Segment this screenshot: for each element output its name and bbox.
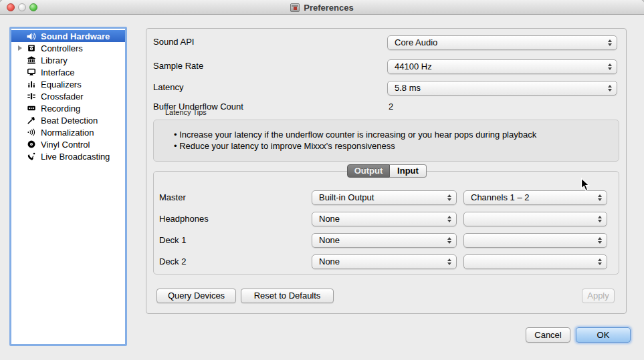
window-title-area: Preferences [0,0,644,15]
headphones-channels-dropdown[interactable] [463,212,607,226]
sample-rate-label: Sample Rate [153,59,203,73]
tab-output[interactable]: Output [347,164,390,178]
library-icon [25,55,37,65]
sidebar-item-label: Recording [41,104,80,114]
deck2-label: Deck 2 [159,254,186,269]
deck2-channels-dropdown[interactable] [463,254,607,269]
preferences-icon [290,3,300,12]
stepper-arrows-icon [447,237,451,244]
master-device-dropdown[interactable]: Built-in Output [312,190,457,205]
sound-waves-icon [25,128,37,137]
latency-tip: Increase your latency if the underflow c… [174,129,612,140]
sidebar-item-library[interactable]: Library [11,54,125,66]
sidebar-item-interface[interactable]: Interface [11,66,125,78]
stepper-arrows-icon [447,258,451,265]
beat-detection-icon [25,116,37,125]
sound-api-dropdown[interactable]: Core Audio [387,35,617,50]
deck1-device-dropdown[interactable]: None [312,233,457,248]
stepper-arrows-icon [608,63,612,70]
tab-input[interactable]: Input [390,164,427,178]
cassette-icon [25,104,37,113]
sound-api-label: Sound API [153,35,194,49]
sidebar-item-label: Vinyl Control [41,140,90,150]
cancel-button[interactable]: Cancel [526,327,570,343]
sidebar-item-beat-detection[interactable]: Beat Detection [11,114,125,126]
titlebar: Preferences [0,0,644,15]
sidebar-item-label: Beat Detection [41,116,98,126]
deck1-label: Deck 1 [159,233,186,248]
sidebar-item-label: Live Broadcasting [41,152,110,162]
disclosure-triangle-icon[interactable] [18,45,22,51]
sidebar-item-sound-hardware[interactable]: Sound Hardware [11,30,125,42]
query-devices-button[interactable]: Query Devices [156,289,236,303]
latency-label: Latency [153,80,184,95]
stepper-arrows-icon [598,258,602,265]
sidebar-item-recording[interactable]: Recording [11,102,125,114]
preferences-window: Preferences Sound Hardware Controllers L… [0,0,644,360]
sidebar-item-label: Equalizers [41,79,82,89]
sidebar-item-label: Sound Hardware [41,31,110,41]
sidebar-item-label: Crossfader [41,92,84,102]
sidebar-item-equalizers[interactable]: Equalizers [11,78,125,90]
latency-dropdown[interactable]: 5.8 ms [387,81,617,96]
stepper-arrows-icon [608,85,612,92]
sidebar-item-normalization[interactable]: Normalization [11,126,125,138]
deck2-device-dropdown[interactable]: None [312,254,457,269]
preferences-sidebar: Sound Hardware Controllers Library Inter… [9,27,127,346]
latency-tips-title: Latency Tips [165,108,207,116]
master-channels-dropdown[interactable]: Channels 1 – 2 [463,190,607,205]
master-label: Master [159,190,186,205]
ok-button[interactable]: OK [576,327,631,343]
stepper-arrows-icon [598,194,602,201]
sidebar-item-vinyl-control[interactable]: Vinyl Control [11,138,125,150]
stepper-arrows-icon [447,216,451,222]
controller-icon [25,43,37,53]
buffer-underflow-value: 2 [389,100,393,114]
vinyl-record-icon [25,140,37,149]
sidebar-item-label: Interface [41,67,75,77]
stepper-arrows-icon [598,216,602,222]
sidebar-item-label: Normalization [41,128,94,138]
reset-to-defaults-button[interactable]: Reset to Defaults [241,289,334,303]
stepper-arrows-icon [447,194,451,201]
sidebar-item-live-broadcasting[interactable]: Live Broadcasting [11,150,125,162]
sidebar-item-label: Library [41,55,68,65]
sidebar-item-label: Controllers [41,43,83,53]
crossfader-icon [25,92,37,101]
headphones-device-dropdown[interactable]: None [312,212,457,226]
speaker-icon [25,31,37,41]
equalizer-bars-icon [25,79,37,89]
sample-rate-dropdown[interactable]: 44100 Hz [387,59,617,74]
stepper-arrows-icon [608,39,612,46]
monitor-icon [25,67,37,77]
sound-hardware-panel: Sound API Core Audio Sample Rate 44100 H… [146,28,627,314]
latency-tips-box: Increase your latency if the underflow c… [153,120,619,162]
deck1-channels-dropdown[interactable] [463,233,607,248]
sidebar-item-crossfader[interactable]: Crossfader [11,90,125,102]
headphones-label: Headphones [159,212,209,226]
sidebar-item-controllers[interactable]: Controllers [11,42,125,54]
latency-tip: Reduce your latency to improve Mixxx's r… [174,140,612,152]
satellite-dish-icon [25,152,37,161]
window-title: Preferences [304,3,353,13]
stepper-arrows-icon [598,237,602,244]
apply-button[interactable]: Apply [582,289,615,303]
